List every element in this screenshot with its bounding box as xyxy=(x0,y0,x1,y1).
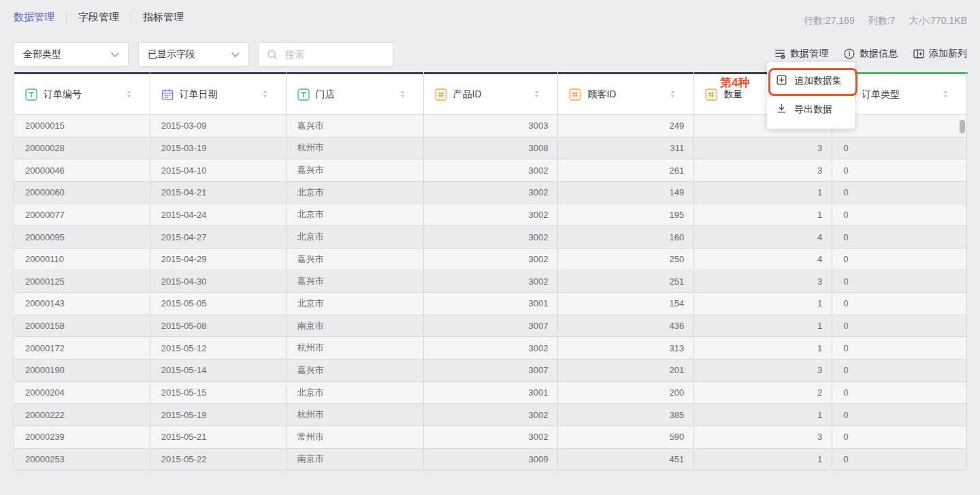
append-dataset-icon xyxy=(776,74,787,88)
table-cell: 2015-04-21 xyxy=(150,182,287,204)
menu-item-label: 追加数据集 xyxy=(794,75,842,87)
sort-icon[interactable] xyxy=(126,90,132,98)
tab-metric-management[interactable]: 指标管理 xyxy=(143,11,184,24)
vertical-scrollbar-thumb[interactable] xyxy=(960,120,965,133)
table-cell: 0 xyxy=(832,360,967,381)
table-cell: 3001 xyxy=(424,293,559,315)
table-cell: 20000222 xyxy=(14,404,150,426)
column-header-label: 订单编号 xyxy=(44,89,82,101)
table-cell: 3007 xyxy=(424,315,559,337)
type-filter-select[interactable]: 全部类型 xyxy=(14,42,129,67)
column-header-3[interactable]: 门店 xyxy=(287,72,424,114)
table-row: 200000602015-04-21北京市300214910 xyxy=(14,182,967,204)
table-cell: 常州市 xyxy=(287,426,424,448)
table-cell: 北京市 xyxy=(287,293,424,315)
hash-type-icon xyxy=(435,89,447,101)
table-cell: 北京市 xyxy=(287,226,424,248)
tab-field-management[interactable]: 字段管理 xyxy=(78,11,119,24)
table-cell: 436 xyxy=(558,315,694,337)
data-info-label: 数据信息 xyxy=(860,48,898,60)
table-cell: 20000046 xyxy=(14,159,150,181)
text-type-icon xyxy=(297,89,310,101)
table-cell: 2015-04-30 xyxy=(150,270,287,292)
column-header-label: 顾客ID xyxy=(587,89,616,101)
data-management-button[interactable]: 数据管理 xyxy=(774,48,828,60)
column-header-2[interactable]: 订单日期 xyxy=(150,72,287,114)
database-gear-icon xyxy=(774,48,786,60)
add-column-icon xyxy=(913,48,925,60)
table-cell: 2015-03-19 xyxy=(150,138,287,159)
table-cell: 160 xyxy=(558,226,694,248)
table-cell: 20000060 xyxy=(14,182,150,204)
table-cell: 2015-05-22 xyxy=(150,449,287,470)
hash-type-icon xyxy=(705,89,717,101)
table-cell: 20000172 xyxy=(14,337,150,359)
hash-type-icon xyxy=(569,89,581,101)
table-cell: 251 xyxy=(558,270,694,292)
table-cell: 0 xyxy=(832,182,967,204)
table-cell: 149 xyxy=(558,182,694,204)
table-row: 200001582015-05-08南京市300743610 xyxy=(14,315,967,338)
table-cell: 北京市 xyxy=(287,182,424,204)
table-cell: 2015-05-19 xyxy=(150,404,287,426)
table-cell: 385 xyxy=(558,404,694,426)
table-cell: 3 xyxy=(694,426,832,448)
table-cell: 杭州市 xyxy=(287,337,424,359)
table-cell: 嘉兴市 xyxy=(287,159,424,181)
table-row: 200001102015-04-29嘉兴市300225040 xyxy=(14,249,967,271)
table-cell: 20000125 xyxy=(14,270,150,292)
menu-item-append-dataset[interactable]: 追加数据集 xyxy=(767,67,855,95)
table-cell: 3002 xyxy=(424,270,559,292)
table-cell: 154 xyxy=(558,293,694,315)
table-cell: 南京市 xyxy=(287,315,424,337)
sort-icon[interactable] xyxy=(943,90,949,98)
table-cell: 嘉兴市 xyxy=(287,270,424,292)
table-cell: 3001 xyxy=(424,382,559,404)
table-cell: 2 xyxy=(694,382,832,404)
sort-icon[interactable] xyxy=(534,90,540,98)
table-cell: 3002 xyxy=(424,226,559,248)
table-cell: 3002 xyxy=(424,337,559,359)
table-cell: 261 xyxy=(558,159,694,181)
add-column-button[interactable]: 添加新列 xyxy=(913,48,967,60)
search-input[interactable] xyxy=(284,48,410,61)
table-row: 200000772015-04-24北京市300219510 xyxy=(14,204,967,227)
field-filter-select[interactable]: 已显示字段 xyxy=(138,42,249,67)
menu-item-export-data[interactable]: 导出数据 xyxy=(767,95,855,124)
sort-icon[interactable] xyxy=(262,90,268,98)
table-cell: 590 xyxy=(558,426,694,448)
table-row: 200002532015-05-22南京市300945110 xyxy=(14,449,967,471)
column-header-1[interactable]: 订单编号 xyxy=(14,72,150,114)
column-count: 列数:7 xyxy=(868,15,896,27)
chevron-down-icon xyxy=(231,52,240,57)
table-cell: 0 xyxy=(832,226,967,248)
sort-icon[interactable] xyxy=(399,90,406,98)
table-cell: 2015-04-29 xyxy=(150,249,287,270)
table-cell: 杭州市 xyxy=(287,138,424,159)
table-cell: 2015-04-27 xyxy=(150,226,287,248)
column-header-4[interactable]: 产品ID xyxy=(424,72,559,114)
table-cell: 0 xyxy=(832,270,967,292)
column-header-label: 产品ID xyxy=(453,89,482,101)
tab-data-management[interactable]: 数据管理 xyxy=(14,11,54,24)
dataset-size: 大小:770.1KB xyxy=(909,15,967,27)
table-cell: 3 xyxy=(694,270,832,292)
column-header-5[interactable]: 顾客ID xyxy=(558,72,694,114)
column-header-label: 订单日期 xyxy=(180,89,218,101)
table-cell: 451 xyxy=(558,449,694,470)
text-type-icon xyxy=(25,89,37,101)
table-cell: 嘉兴市 xyxy=(287,249,424,270)
sort-icon[interactable] xyxy=(670,90,676,98)
table-cell: 3002 xyxy=(424,249,559,270)
search-icon xyxy=(267,49,278,61)
table-cell: 201 xyxy=(558,360,694,381)
row-count: 行数:27,169 xyxy=(804,15,855,27)
data-info-button[interactable]: 数据信息 xyxy=(843,48,898,60)
table-cell: 嘉兴市 xyxy=(287,360,424,381)
search-box[interactable] xyxy=(258,42,393,67)
table-row: 200000462015-04-10嘉兴市300226130 xyxy=(14,159,967,182)
table-cell: 200 xyxy=(558,382,694,404)
table-cell: 0 xyxy=(832,204,967,226)
top-tab-bar: 数据管理 字段管理 指标管理 xyxy=(14,11,184,24)
table-row: 200002222015-05-19杭州市300238510 xyxy=(14,404,967,426)
